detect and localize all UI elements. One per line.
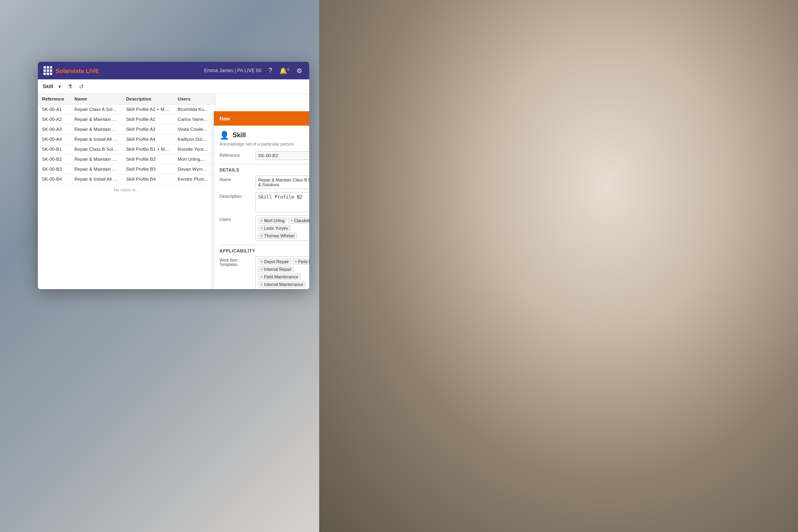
list-panel: Reference Name Description Users SK-00-A… bbox=[38, 94, 215, 289]
cell-description: Skill Profile B4 bbox=[122, 174, 174, 184]
cell-reference: SK-00-A4 bbox=[38, 134, 71, 144]
cell-users: Kendre Plum... bbox=[174, 174, 215, 184]
cell-reference: SK-00-A3 bbox=[38, 124, 71, 134]
cell-description: Skill Profile A1 + Misc bbox=[122, 104, 174, 114]
wit-tag[interactable]: × Depot Repair bbox=[258, 258, 291, 265]
wit-tag[interactable]: × Field Repair bbox=[292, 258, 309, 265]
table-row[interactable]: SK-00-B2Repair & Maintain Class B ...Ski… bbox=[38, 154, 215, 164]
description-textarea[interactable] bbox=[255, 192, 309, 212]
table-row[interactable]: SK-00-A2Repair & Maintain Class A ...Ski… bbox=[38, 114, 215, 124]
users-label: Users bbox=[219, 215, 255, 222]
applicability-label: APPLICABILITY bbox=[219, 248, 255, 253]
skill-header: 👤 Skill bbox=[219, 130, 309, 140]
table-row[interactable]: SK-00-A1Repair Class A Solutions & ...Sk… bbox=[38, 104, 215, 114]
name-row: Name Repair & Maintain Class B Machines … bbox=[219, 175, 309, 189]
cell-users: Devan Wym... bbox=[174, 164, 215, 174]
table-row[interactable]: SK-00-B3Repair & Maintain Class B ...Ski… bbox=[38, 164, 215, 174]
tag-remove-icon[interactable]: × bbox=[290, 219, 293, 223]
settings-button[interactable]: ⚙ bbox=[295, 66, 304, 75]
app-title: Solarvista LIVE bbox=[55, 67, 99, 74]
cell-users: Vinita Cowle... bbox=[174, 124, 215, 134]
person-background bbox=[319, 0, 798, 532]
work-item-templates-row: Work Item Templates × Depot Repair× Fiel… bbox=[219, 256, 309, 289]
details-section: DETAILS ▲ bbox=[219, 164, 309, 173]
col-header-users: Users bbox=[174, 94, 215, 104]
wit-tag[interactable]: × Field Maintenance bbox=[258, 274, 301, 280]
cell-name: Repair & Maintain Class B ... bbox=[71, 154, 122, 164]
cell-name: Repair Class B Solutions & ... bbox=[71, 144, 122, 154]
help-button[interactable]: ? bbox=[267, 66, 274, 75]
table-row[interactable]: SK-00-A4Repair & Install All Class A...S… bbox=[38, 134, 215, 144]
tag-remove-icon[interactable]: × bbox=[261, 234, 263, 238]
user-tag[interactable]: × Lexie Yuryev bbox=[258, 225, 290, 231]
col-header-name: Name bbox=[71, 94, 122, 104]
name-value[interactable]: Repair & Maintain Class B Machines & Sol… bbox=[255, 175, 309, 189]
app-content: Reference Name Description Users SK-00-A… bbox=[38, 94, 309, 289]
cell-users: Rozelle Yora... bbox=[174, 144, 215, 154]
cell-description: Skill Profile B2 bbox=[122, 154, 174, 164]
app-header: Solarvista LIVE Emma James | PA LIVE 60 … bbox=[38, 62, 309, 79]
work-item-templates-tag-field[interactable]: × Depot Repair× Field Repair× Internal R… bbox=[255, 256, 309, 289]
cell-users: Kaitlynn Dul... bbox=[174, 134, 215, 144]
toolbar-label: Skill bbox=[43, 83, 53, 89]
description-label: Description bbox=[219, 192, 255, 199]
details-label: DETAILS bbox=[219, 167, 239, 172]
detail-panel: New × 👤 Skill A knowledge set of a parti… bbox=[213, 111, 309, 289]
cell-name: Repair & Maintain Class A ... bbox=[71, 114, 122, 124]
tag-remove-icon[interactable]: × bbox=[261, 275, 263, 279]
reference-label: Reference bbox=[219, 151, 255, 158]
cell-description: Skill Profile A2 bbox=[122, 114, 174, 124]
app-window: Solarvista LIVE Emma James | PA LIVE 60 … bbox=[38, 62, 309, 289]
tag-remove-icon[interactable]: × bbox=[261, 282, 263, 287]
grid-icon bbox=[43, 66, 52, 75]
work-item-templates-label: Work Item Templates bbox=[219, 256, 255, 267]
app-logo[interactable]: Solarvista LIVE bbox=[43, 66, 99, 75]
tag-remove-icon[interactable]: × bbox=[261, 219, 263, 223]
table-row[interactable]: SK-00-B4Repair & Install All Class B...S… bbox=[38, 174, 215, 184]
users-tag-field[interactable]: × Mort Urling× Claudette Druitt× Lexie Y… bbox=[255, 215, 309, 241]
wit-tag[interactable]: × Internal Maintenance bbox=[258, 281, 306, 288]
reference-row: Reference SK-00-B2 ℹ bbox=[219, 151, 309, 160]
tag-remove-icon[interactable]: × bbox=[261, 260, 263, 264]
cell-users: Carlos Vaine... bbox=[174, 114, 215, 124]
cell-description: Skill Profile A3 bbox=[122, 124, 174, 134]
notifications-button[interactable]: 🔔0 bbox=[278, 66, 291, 75]
tag-remove-icon[interactable]: × bbox=[261, 267, 263, 272]
name-label: Name bbox=[219, 175, 255, 182]
cell-name: Repair Class A Solutions & ... bbox=[71, 104, 122, 114]
app-toolbar: Skill ▾ ⚗ ↺ bbox=[38, 79, 309, 94]
skill-subtitle: A knowledge set of a particular person. bbox=[219, 142, 309, 146]
user-tag[interactable]: × Thomas Whelan bbox=[258, 233, 297, 239]
detail-header-title: New bbox=[219, 116, 230, 122]
table-row[interactable]: SK-00-B1Repair Class B Solutions & ...Sk… bbox=[38, 144, 215, 154]
cell-name: Repair & Install All Class A... bbox=[71, 134, 122, 144]
toolbar-refresh-btn[interactable]: ↺ bbox=[77, 83, 85, 91]
cell-description: Skill Profile B1 + Misc bbox=[122, 144, 174, 154]
users-row: Users × Mort Urling× Claudette Druitt× L… bbox=[219, 215, 309, 241]
user-info: Emma James | PA LIVE 60 bbox=[204, 68, 261, 73]
col-header-reference: Reference bbox=[38, 94, 71, 104]
toolbar-dropdown-btn[interactable]: ▾ bbox=[57, 83, 63, 91]
data-table: Reference Name Description Users SK-00-A… bbox=[38, 94, 215, 184]
cell-name: Repair & Maintain Class B ... bbox=[71, 164, 122, 174]
header-icons: ? 🔔0 ⚙ bbox=[267, 66, 304, 75]
skill-icon: 👤 bbox=[219, 130, 229, 140]
description-row: Description ℹ bbox=[219, 192, 309, 212]
user-tag[interactable]: × Mort Urling bbox=[258, 217, 287, 224]
tag-remove-icon[interactable]: × bbox=[261, 226, 263, 231]
detail-header: New × bbox=[214, 111, 309, 126]
wit-tag[interactable]: × Internal Repair bbox=[258, 266, 294, 272]
detail-body: 👤 Skill A knowledge set of a particular … bbox=[214, 126, 309, 289]
tag-remove-icon[interactable]: × bbox=[295, 260, 297, 264]
cell-name: Repair & Install All Class B... bbox=[71, 174, 122, 184]
table-row[interactable]: SK-00-A3Repair & Maintain Class A ...Ski… bbox=[38, 124, 215, 134]
no-more-label: No more re... bbox=[38, 184, 215, 195]
toolbar-filter-btn[interactable]: ⚗ bbox=[66, 83, 74, 91]
cell-reference: SK-00-B1 bbox=[38, 144, 71, 154]
user-tag[interactable]: × Claudette Druitt bbox=[288, 217, 309, 224]
cell-name: Repair & Maintain Class A ... bbox=[71, 124, 122, 134]
applicability-section: APPLICABILITY ▲ bbox=[219, 245, 309, 254]
cell-reference: SK-00-A2 bbox=[38, 114, 71, 124]
col-header-description: Description bbox=[122, 94, 174, 104]
cell-description: Skill Profile B3 bbox=[122, 164, 174, 174]
